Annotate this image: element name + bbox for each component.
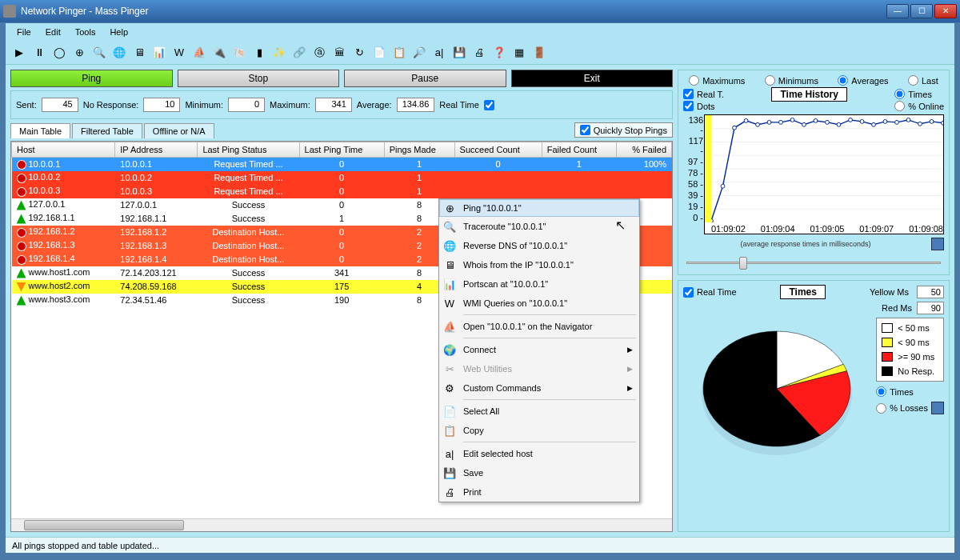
col-time[interactable]: Last Ping Time (299, 142, 384, 158)
ping-button[interactable]: Ping (10, 70, 173, 87)
link-icon[interactable]: 🔗 (290, 44, 308, 62)
radio-maximums[interactable]: Maximums (689, 75, 745, 86)
ctx-wmi[interactable]: WWMI Queries on "10.0.0.1" (439, 294, 639, 313)
ctx-traceroute[interactable]: 🔍Traceroute "10.0.0.1" (439, 217, 639, 236)
radio-averages[interactable]: Averages (838, 75, 888, 86)
table-row[interactable]: 10.0.0.110.0.0.1Request Timed ...0101100… (12, 158, 672, 171)
ctx-custom-commands[interactable]: ⚙Custom Commands▶ (439, 378, 639, 398)
scan-icon[interactable]: 📊 (150, 44, 168, 62)
exit-icon[interactable]: 🚪 (530, 44, 548, 62)
doc-icon[interactable]: 📄 (370, 44, 388, 62)
at-icon[interactable]: ⓐ (310, 44, 328, 62)
monitor-icon[interactable]: 🖥 (130, 44, 148, 62)
menu-tools[interactable]: Tools (69, 26, 102, 38)
globe-icon[interactable]: 🌐 (110, 44, 128, 62)
ctx-print[interactable]: 🖨Print (439, 482, 639, 502)
search-icon[interactable]: 🔍 (90, 44, 108, 62)
pause-icon[interactable]: ⏸ (30, 44, 48, 62)
font-icon[interactable]: a| (430, 44, 448, 62)
context-menu: ⊕Ping "10.0.0.1" 🔍Traceroute "10.0.0.1" … (438, 198, 640, 502)
col-status[interactable]: Last Ping Status (198, 142, 299, 158)
check-dots[interactable]: Dots (683, 101, 724, 111)
pie-radio-times[interactable]: Times (876, 386, 944, 397)
col-pct[interactable]: % Failed (616, 142, 671, 158)
menu-help[interactable]: Help (103, 26, 134, 38)
table-row[interactable]: 10.0.0.210.0.0.2Request Timed ...01 (12, 171, 672, 185)
menu-file[interactable]: File (10, 26, 38, 38)
ctx-copy[interactable]: 📋Copy (439, 421, 639, 440)
save-icon[interactable]: 💾 (450, 44, 468, 62)
target-icon[interactable]: ⊕ (70, 44, 88, 62)
menu-edit[interactable]: Edit (39, 26, 67, 38)
ctx-whois[interactable]: 🖥Whois from the IP "10.0.0.1" (439, 255, 639, 274)
ctx-connect[interactable]: 🌍Connect▶ (439, 340, 639, 359)
wmi-icon: W (442, 296, 457, 310)
ctx-ping[interactable]: ⊕Ping "10.0.0.1" (439, 199, 639, 217)
radio-times[interactable]: Times (894, 89, 944, 99)
col-failed[interactable]: Failed Count (542, 142, 616, 158)
avg-label: Average: (357, 100, 392, 110)
wmi-icon[interactable]: W (170, 44, 188, 62)
font-icon: a| (442, 446, 457, 461)
qsp-checkbox[interactable] (580, 125, 590, 135)
tab-filtered[interactable]: Filtered Table (72, 123, 142, 138)
radio-minimums[interactable]: Minimums (765, 75, 818, 86)
ctx-save[interactable]: 💾Save (439, 463, 639, 482)
find-icon[interactable]: 🔎 (410, 44, 428, 62)
status-bar: All pings stopped and table updated... (6, 537, 954, 553)
exit-button[interactable]: Exit (511, 70, 674, 87)
save-chart-icon[interactable] (931, 238, 944, 250)
svg-point-23 (895, 120, 899, 124)
ctx-open-navigator[interactable]: ⛵Open "10.0.0.1" on the Navigator (439, 317, 639, 336)
col-ip[interactable]: IP Address (115, 142, 198, 158)
tab-main[interactable]: Main Table (10, 123, 70, 138)
chart-slider[interactable] (683, 255, 944, 270)
save-pie-icon[interactable] (931, 402, 944, 414)
svg-point-18 (837, 122, 841, 126)
redms-label: Red Ms (882, 303, 912, 313)
ship-icon[interactable]: ⛵ (190, 44, 208, 62)
redms-input[interactable] (917, 302, 944, 314)
col-succeed[interactable]: Succeed Count (454, 142, 542, 158)
radio-last[interactable]: Last (908, 75, 938, 86)
terminal-icon[interactable]: ▮ (250, 44, 268, 62)
help-icon[interactable]: ❓ (490, 44, 508, 62)
svg-point-15 (802, 122, 806, 126)
ctx-edit-host[interactable]: a|Edit selected host (439, 444, 639, 463)
min-label: Minimum: (185, 100, 223, 110)
pie-realtime-check[interactable]: Real Time (683, 287, 737, 298)
wand-icon[interactable]: ✨ (270, 44, 288, 62)
close-button[interactable]: ✕ (934, 4, 957, 18)
ctx-rdns[interactable]: 🌐Reverse DNS of "10.0.0.1" (439, 236, 639, 255)
play-icon[interactable]: ▶ (10, 44, 28, 62)
check-realt[interactable]: Real T. (683, 89, 724, 99)
grid-icon[interactable]: ▦ (510, 44, 528, 62)
connect-icon[interactable]: 🔌 (210, 44, 228, 62)
ctx-portscan[interactable]: 📊Portscan at "10.0.0.1" (439, 274, 639, 294)
col-made[interactable]: Pings Made (384, 142, 454, 158)
pause-button[interactable]: Pause (344, 70, 506, 87)
copy-icon[interactable]: 📋 (390, 44, 408, 62)
print-icon: 🖨 (442, 485, 457, 499)
maximize-button[interactable]: ☐ (910, 4, 933, 18)
chevron-right-icon: ▶ (627, 384, 633, 392)
tab-offline[interactable]: Offline or N/A (144, 123, 214, 138)
shell-icon[interactable]: 🐚 (230, 44, 248, 62)
ctx-web-utilities[interactable]: ✂Web Utilities▶ (439, 359, 639, 378)
radio-pctonline[interactable]: % Online (894, 101, 944, 111)
ctx-select-all[interactable]: 📄Select All (439, 402, 639, 421)
minimize-button[interactable]: — (886, 4, 909, 18)
table-row[interactable]: 10.0.0.310.0.0.3Request Timed ...01 (12, 185, 672, 198)
refresh-icon[interactable]: ↻ (350, 44, 368, 62)
print-icon[interactable]: 🖨 (470, 44, 488, 62)
horizontal-scrollbar[interactable] (11, 518, 672, 531)
pie-radio-losses[interactable]: % Losses (876, 403, 928, 414)
stop-button[interactable]: Stop (178, 70, 340, 87)
stop-icon[interactable]: ◯ (50, 44, 68, 62)
building-icon[interactable]: 🏛 (330, 44, 348, 62)
scan-icon: 📊 (442, 277, 457, 291)
realtime-checkbox[interactable] (484, 100, 494, 110)
yellowms-input[interactable] (917, 286, 944, 298)
col-host[interactable]: Host (12, 142, 115, 158)
quickly-stop-pings[interactable]: Quickly Stop Pings (574, 122, 673, 138)
